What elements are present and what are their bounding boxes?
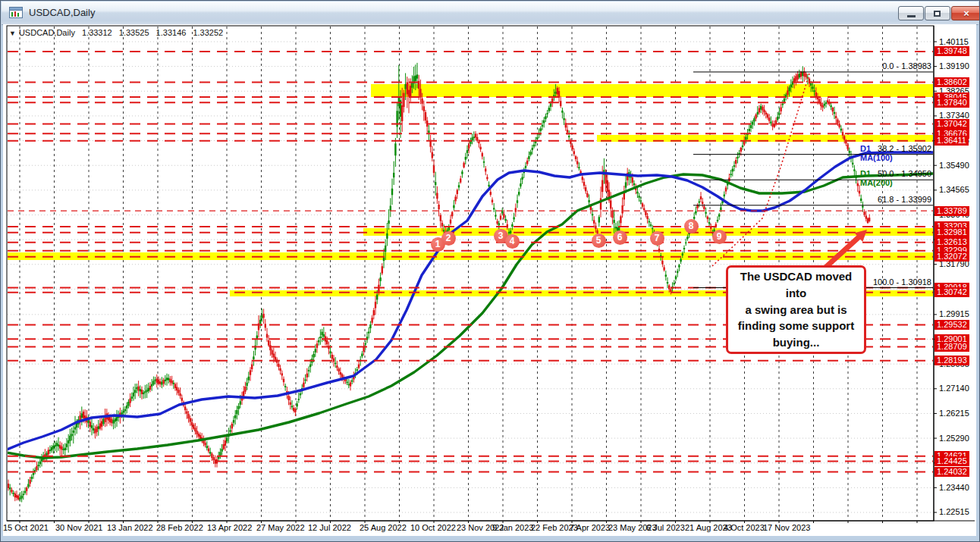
swing-marker-2: 2 <box>441 231 456 246</box>
price-level-badge: 1.37840 <box>934 98 969 108</box>
price-axis-label: 1.34565 <box>939 185 969 194</box>
swing-marker-8: 8 <box>684 219 699 233</box>
fib-level-label: 100.0 - 1.30918 <box>873 277 931 287</box>
info-close: 1.33252 <box>193 28 223 37</box>
date-axis-label: 25 Aug 2022 <box>360 523 407 532</box>
price-level-badge: 1.32072 <box>934 252 969 262</box>
price-axis-label: 1.26215 <box>939 409 969 418</box>
date-axis-label: 30 Nov 2021 <box>55 523 102 532</box>
annotation-line: buying... <box>728 334 864 351</box>
price-axis-label: 1.35490 <box>939 161 969 170</box>
price-axis-label: 1.22515 <box>939 507 969 516</box>
info-open: 1.33312 <box>82 28 112 37</box>
date-axis-label: 28 Feb 2022 <box>156 523 203 532</box>
annotation-line: The USDCAD moved into <box>728 268 864 302</box>
date-axis-label: 4 Oct 2023 <box>724 523 765 532</box>
date-axis-label: 9 Jan 2023 <box>492 523 533 532</box>
swing-area-band <box>371 84 934 97</box>
price-level-badge: 1.37042 <box>934 119 969 129</box>
date-axis-label: 27 May 2022 <box>256 523 305 532</box>
date-axis-label: 13 Jan 2022 <box>107 523 153 532</box>
date-axis-label: 12 Jul 2022 <box>308 523 351 532</box>
mt4-chart-window: USDCAD,Daily × ▼USDCAD,Daily 1.33312 1.3… <box>0 0 980 542</box>
date-axis-label: 7 Apr 2023 <box>570 523 610 532</box>
price-level-badge: 1.33789 <box>934 206 969 216</box>
swing-marker-5: 5 <box>592 233 606 248</box>
swing-marker-7: 7 <box>650 231 664 246</box>
price-axis-label: 1.39190 <box>939 61 969 70</box>
ma-label: D1 MA(200) <box>860 169 895 187</box>
price-axis-label: 1.25290 <box>939 434 969 443</box>
price-level-badge: 1.39748 <box>934 46 969 56</box>
annotation-line: finding some support <box>728 318 864 334</box>
price-axis-label: 1.23440 <box>939 483 969 492</box>
price-axis-label: 1.27140 <box>939 384 969 393</box>
price-level-badge: 1.28193 <box>934 356 969 365</box>
price-level-badge: 1.29532 <box>934 320 969 330</box>
date-axis-label: 15 Oct 2021 <box>3 523 49 532</box>
annotation-line: a swing area but is <box>728 302 864 318</box>
price-level-badge: 1.38602 <box>934 77 969 87</box>
price-level-badge: 1.32981 <box>934 227 969 237</box>
info-symbol: USDCAD,Daily <box>19 28 75 37</box>
price-level-badge: 1.36411 <box>934 136 969 146</box>
ma-label: D1 MA(100) <box>860 144 895 162</box>
annotation-box: The USDCAD moved into a swing area but i… <box>726 265 866 354</box>
price-axis-label: 1.29915 <box>939 309 969 318</box>
price-level-badge: 1.28709 <box>934 342 969 352</box>
swing-marker-6: 6 <box>613 230 627 245</box>
info-high: 1.33525 <box>119 28 149 37</box>
price-axis-label: 1.40115 <box>939 37 969 46</box>
fib-level-label: 0.0 - 1.38983 <box>882 61 931 70</box>
date-axis-label: 13 Apr 2022 <box>207 523 252 532</box>
swing-marker-4: 4 <box>505 234 520 249</box>
price-level-badge: 1.24032 <box>934 467 969 477</box>
swing-marker-9: 9 <box>712 230 727 244</box>
date-axis-label: 6 Jul 2023 <box>646 523 685 532</box>
price-level-badge: 1.24425 <box>934 456 969 466</box>
info-low: 1.33146 <box>156 28 187 37</box>
fib-level-label: 61.8 - 1.33999 <box>878 195 931 204</box>
date-axis-label: 17 Nov 2023 <box>763 523 810 532</box>
quote-info-bar: ▼USDCAD,Daily 1.33312 1.33525 1.33146 1.… <box>9 28 228 37</box>
date-axis-label: 10 Oct 2022 <box>410 523 456 532</box>
price-level-badge: 1.30742 <box>934 287 969 297</box>
collapse-triangle-icon[interactable]: ▼ <box>9 30 16 37</box>
